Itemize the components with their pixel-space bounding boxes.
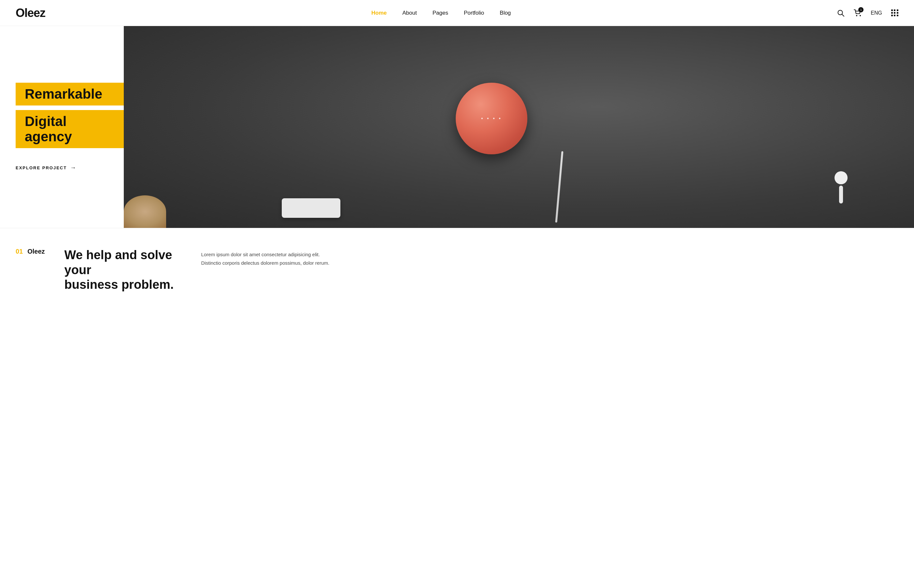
nav-pages[interactable]: Pages (433, 10, 448, 16)
headline-line1: We help and solve your (65, 248, 172, 277)
nav-about[interactable]: About (402, 10, 417, 16)
device-cable (555, 152, 563, 223)
explore-arrow-icon: → (70, 165, 76, 171)
section-number: 01 (16, 248, 23, 255)
svg-point-3 (860, 15, 861, 16)
about-section: 01 Oleez We help and solve your business… (0, 228, 914, 312)
desc-line2: Distinctio corporis delectus dolorem pos… (201, 260, 329, 266)
hero-image (124, 26, 914, 228)
hero-section: Remarkable Digital agency EXPLORE PROJEC… (0, 26, 914, 228)
hero-bg (124, 26, 914, 228)
hero-tag-remarkable: Remarkable (16, 83, 124, 105)
site-header: Oleez Home About Pages Portfolio Blog 1 … (0, 0, 914, 26)
svg-point-2 (856, 15, 857, 16)
explore-project-link[interactable]: EXPLORE PROJECT → (16, 165, 124, 171)
svg-line-1 (842, 15, 844, 16)
explore-label: EXPLORE PROJECT (16, 165, 67, 170)
hero-headline-2: Digital agency (25, 114, 72, 144)
hero-text-block: Remarkable Digital agency EXPLORE PROJEC… (0, 26, 124, 228)
nav-blog[interactable]: Blog (500, 10, 511, 16)
language-selector[interactable]: ENG (871, 10, 882, 16)
hero-headline-1: Remarkable (25, 86, 102, 102)
menu-grid-icon[interactable] (891, 10, 898, 16)
header-actions: 1 ENG (837, 9, 898, 17)
nav-portfolio[interactable]: Portfolio (464, 10, 484, 16)
desc-line1: Lorem ipsum dolor sit amet consectetur a… (201, 252, 320, 257)
headline-line2: business problem. (65, 278, 174, 291)
cart-button[interactable]: 1 (854, 9, 862, 17)
cork-item (124, 195, 166, 228)
cart-badge: 1 (858, 7, 864, 12)
search-button[interactable] (837, 9, 844, 17)
main-nav: Home About Pages Portfolio Blog (371, 10, 511, 16)
white-device (282, 198, 340, 218)
section-description: Lorem ipsum dolor sit amet consectetur a… (201, 248, 898, 267)
logo[interactable]: Oleez (16, 6, 45, 20)
hero-tag-digital: Digital agency (16, 110, 124, 148)
section-brand: Oleez (28, 248, 45, 255)
nav-home[interactable]: Home (371, 10, 387, 16)
section-headline: We help and solve your business problem. (65, 248, 182, 292)
airpod-device (831, 171, 851, 204)
section-number-block: 01 Oleez (16, 248, 45, 255)
google-home-mini (456, 83, 527, 154)
